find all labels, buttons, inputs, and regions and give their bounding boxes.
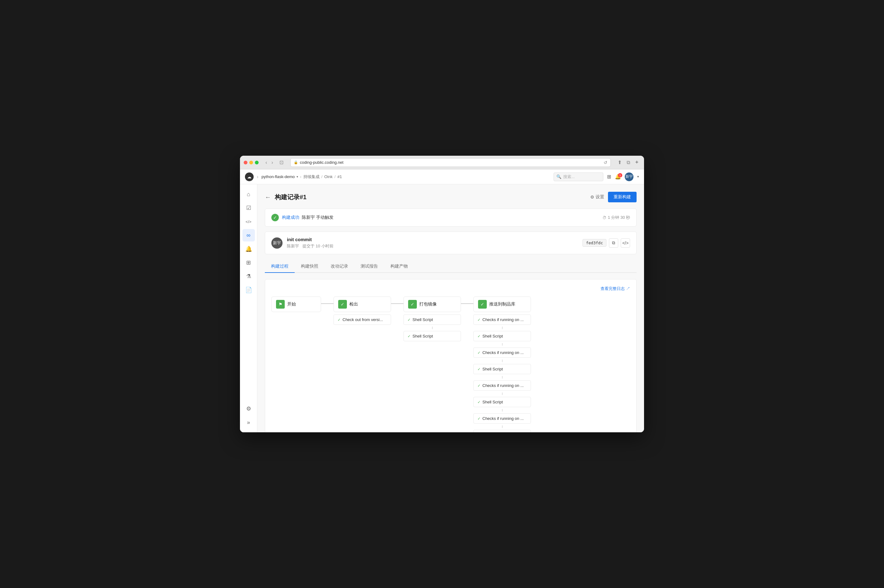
stage-checkout: ✓ 检出 ✓ Check out from versi...: [333, 297, 391, 325]
step-push-7[interactable]: ✓ Checks if running on ...: [473, 413, 531, 424]
diff-button[interactable]: </>: [621, 238, 630, 248]
success-icon: ✓: [272, 214, 279, 221]
stage-push-header[interactable]: ✓ 推送到制品库: [473, 297, 531, 312]
fullscreen-icon[interactable]: [255, 160, 259, 164]
duration-text: 1 分钟 30 秒: [608, 215, 630, 220]
new-tab-button[interactable]: +: [633, 159, 640, 166]
connector-1: [321, 297, 333, 304]
back-button[interactable]: ‹: [264, 159, 269, 166]
user-avatar[interactable]: 新宇: [625, 172, 633, 181]
stage-push-steps: ✓ Checks if running on ... ✓ Shell Scrip…: [473, 315, 531, 432]
step-build-2-text: Shell Script: [413, 334, 433, 339]
sidebar-item-notifications[interactable]: 🔔: [242, 243, 255, 255]
step-check-icon: ✓: [408, 334, 411, 339]
duplicate-button[interactable]: ⧉: [625, 159, 632, 166]
step-build-2[interactable]: ✓ Shell Script: [404, 331, 461, 341]
layout-button[interactable]: ⊞: [607, 174, 611, 180]
status-card: ✓ 构建成功 陈新宇 手动触发 ⏱ 1 分钟 30 秒: [265, 208, 636, 226]
view-full-log-link[interactable]: 查看完整日志 ↗: [600, 286, 630, 291]
reload-button[interactable]: ↺: [603, 160, 607, 165]
settings-link[interactable]: ⚙ 设置: [590, 194, 604, 200]
step-push-2[interactable]: ✓ Shell Script: [473, 331, 531, 341]
sidebar-item-ci[interactable]: ∞: [242, 229, 255, 242]
bell-icon: 🔔: [245, 246, 252, 252]
commit-actions: fed3fdc ⧉ </>: [582, 238, 630, 248]
connector-2: [391, 297, 404, 304]
stage-build-label: 打包镜像: [419, 302, 437, 307]
sidebar-item-test[interactable]: ⚗: [242, 270, 255, 282]
stage-start: ⚑ 开始: [272, 297, 321, 315]
main-container: ⌂ ☑ </> ∞ 🔔 ⊞ ⚗ 📄: [240, 184, 644, 432]
sidebar-item-settings[interactable]: ⚙: [242, 402, 255, 415]
connector-line: [461, 303, 473, 304]
tab-build-snapshot[interactable]: 构建快照: [295, 260, 324, 273]
breadcrumb-sep1: ›: [300, 174, 301, 179]
dot-connector: [502, 343, 503, 346]
notification-button[interactable]: 🔔 1: [615, 174, 621, 180]
rebuild-button[interactable]: 重新构建: [608, 192, 636, 202]
dot-connector: [502, 360, 503, 362]
share-button[interactable]: ⬆: [616, 159, 623, 166]
stage-build-steps: ✓ Shell Script ✓ Shell Script: [404, 315, 461, 341]
tabs: 构建过程 构建快照 改动记录 测试报告 构建产物: [265, 260, 636, 273]
stage-checkout-icon: ✓: [338, 300, 347, 309]
sidebar-item-docs[interactable]: 📄: [242, 284, 255, 296]
sidebar-item-code[interactable]: </>: [242, 215, 255, 228]
breadcrumb-pipeline[interactable]: Oink: [324, 174, 333, 179]
gear-icon: ⚙: [590, 195, 594, 200]
step-push-6[interactable]: ✓ Shell Script: [473, 397, 531, 407]
breadcrumb-sep2: /: [321, 174, 323, 179]
breadcrumb-sep3: /: [335, 174, 336, 179]
forward-button[interactable]: ›: [270, 159, 275, 166]
title-bar-actions: ⬆ ⧉ +: [616, 159, 640, 166]
sidebar-toggle-button[interactable]: ⊡: [278, 159, 285, 166]
content-area: ← 构建记录#1 ⚙ 设置 重新构建 ✓ 构建成功 陈新宇 手动触发: [257, 184, 644, 432]
breadcrumb-section[interactable]: 持续集成: [303, 174, 320, 180]
breadcrumb-project[interactable]: python-flask-demo: [261, 174, 295, 179]
user-menu-chevron[interactable]: ▾: [637, 175, 639, 179]
doc-icon: 📄: [245, 286, 252, 293]
copy-hash-button[interactable]: ⧉: [609, 238, 618, 248]
commit-avatar: 新宇: [272, 237, 282, 249]
tab-test-report[interactable]: 测试报告: [354, 260, 384, 273]
step-push-5[interactable]: ✓ Checks if running on ...: [473, 380, 531, 391]
search-box[interactable]: 🔍 搜索...: [554, 172, 603, 181]
url-bar[interactable]: 🔒 coding-public.coding.net ↺: [290, 158, 611, 167]
step-push-1[interactable]: ✓ Checks if running on ...: [473, 315, 531, 325]
step-push-6-text: Shell Script: [482, 400, 503, 404]
tab-artifacts[interactable]: 构建产物: [384, 260, 414, 273]
sidebar-item-board[interactable]: ⊞: [242, 256, 255, 269]
step-push-8[interactable]: ✓ Shell Script: [473, 430, 531, 432]
stage-start-header[interactable]: ⚑ 开始: [272, 297, 321, 312]
close-icon[interactable]: [244, 160, 248, 164]
browser-window: ‹ › ⊡ 🔒 coding-public.coding.net ↺ ⬆ ⧉ +…: [240, 156, 644, 432]
flask-icon: ⚗: [246, 273, 251, 280]
status-text: 构建成功 陈新宇 手动触发: [282, 215, 333, 220]
step-checkout-1[interactable]: ✓ Check out from versi...: [333, 315, 391, 325]
back-button[interactable]: ←: [265, 194, 271, 201]
tab-build-process[interactable]: 构建过程: [265, 260, 295, 273]
step-build-1[interactable]: ✓ Shell Script: [404, 315, 461, 325]
step-push-5-text: Checks if running on ...: [482, 383, 524, 388]
dot-connector: [432, 327, 433, 329]
stage-build-header[interactable]: ✓ 打包镜像: [404, 297, 461, 312]
stage-checkout-header[interactable]: ✓ 检出: [333, 297, 391, 312]
step-push-3[interactable]: ✓ Checks if running on ...: [473, 348, 531, 358]
step-push-4[interactable]: ✓ Shell Script: [473, 364, 531, 374]
step-check-icon: ✓: [477, 417, 480, 421]
step-check-icon: ✓: [477, 400, 480, 404]
step-push-7-text: Checks if running on ...: [482, 416, 524, 421]
step-check-icon: ✓: [477, 334, 480, 339]
status-link[interactable]: 构建成功: [282, 215, 299, 220]
trigger-text: 陈新宇 手动触发: [302, 215, 333, 220]
tab-changes[interactable]: 改动记录: [324, 260, 354, 273]
top-nav: ☁ › python-flask-demo ▾ › 持续集成 / Oink / …: [240, 170, 644, 184]
sidebar-item-collapse[interactable]: »: [242, 416, 255, 429]
gear-icon: ⚙: [246, 405, 251, 412]
minimize-icon[interactable]: [249, 160, 253, 164]
sidebar-item-home[interactable]: ⌂: [242, 188, 255, 201]
traffic-lights: [244, 160, 259, 164]
sidebar-item-tasks[interactable]: ☑: [242, 202, 255, 214]
sidebar: ⌂ ☑ </> ∞ 🔔 ⊞ ⚗ 📄: [240, 184, 257, 432]
step-push-4-text: Shell Script: [482, 367, 503, 371]
